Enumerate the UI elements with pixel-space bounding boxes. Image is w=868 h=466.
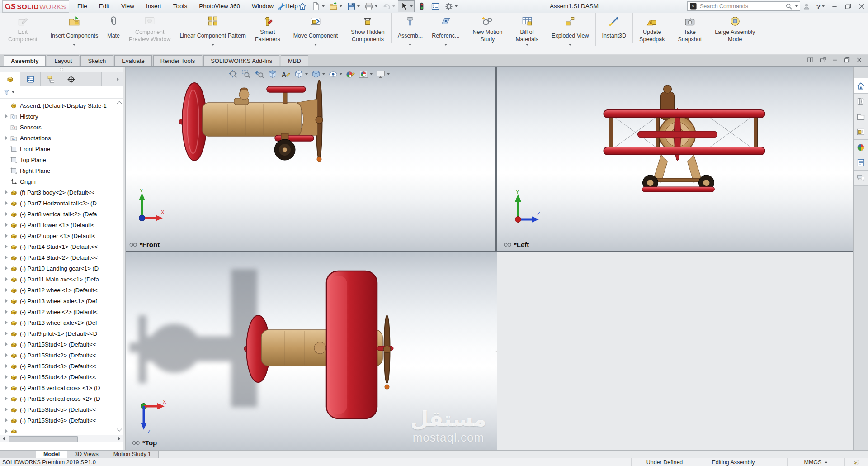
heads-up-button[interactable] <box>376 69 390 79</box>
ribbon-button[interactable]: New Motion Study <box>468 13 509 43</box>
quick-toolbar-button[interactable] <box>429 0 442 12</box>
dropdown-arrow-icon[interactable] <box>73 44 75 46</box>
viewport-front[interactable]: Y X *Front <box>126 67 495 251</box>
ribbon-tab[interactable]: MBD <box>281 55 308 66</box>
dropdown-arrow-icon[interactable] <box>340 73 342 75</box>
doc-window-control-icon[interactable] <box>807 57 814 63</box>
feature-tree-item[interactable]: (-) Part16 vertical cross <2> (D <box>0 393 117 404</box>
scroll-right-button[interactable] <box>115 435 123 442</box>
feature-tree-item[interactable]: History <box>0 111 117 122</box>
feature-tree-item[interactable]: Annotations <box>0 133 117 143</box>
feature-tree-item[interactable]: (-) Part14 Stud<2> (Default<< <box>0 252 117 263</box>
ribbon-button[interactable]: Smart Fasteners <box>250 13 287 43</box>
expand-arrow-icon[interactable] <box>5 190 8 194</box>
heads-up-button[interactable] <box>294 69 308 79</box>
feature-tree-item[interactable]: Top Plane <box>0 154 117 165</box>
expand-arrow-icon[interactable] <box>5 212 8 216</box>
filter-dropdown-icon[interactable] <box>12 91 14 93</box>
feature-tree-item[interactable]: (-) Part14 Stud<1> (Default<< <box>0 241 117 252</box>
feature-tree-item[interactable]: Sensors <box>0 122 117 133</box>
quick-toolbar-button[interactable] <box>345 0 362 12</box>
user-login-icon[interactable] <box>803 3 810 10</box>
feature-tree-item[interactable]: (-) Part13 wheel axle<2> (Def <box>0 317 117 328</box>
panel-tab[interactable] <box>41 72 61 86</box>
expand-arrow-slot[interactable] <box>3 386 10 390</box>
ribbon-button[interactable]: Referenc... <box>427 13 466 46</box>
dropdown-arrow-icon[interactable] <box>322 73 325 75</box>
quick-toolbar-button[interactable] <box>398 0 415 12</box>
expand-arrow-icon[interactable] <box>5 397 8 400</box>
ribbon-button[interactable]: Assemb... <box>393 13 428 46</box>
dropdown-arrow-icon[interactable] <box>305 73 308 75</box>
heads-up-button[interactable] <box>268 69 278 79</box>
expand-arrow-slot[interactable] <box>3 190 10 194</box>
close-window-icon[interactable] <box>858 3 865 10</box>
feature-tree-item[interactable]: (f) Part3 body<2> (Default<< <box>0 187 117 198</box>
quick-toolbar-button[interactable] <box>443 0 459 12</box>
expand-arrow-icon[interactable] <box>5 288 8 292</box>
doc-window-control-icon[interactable] <box>819 57 826 63</box>
expand-arrow-icon[interactable] <box>5 136 8 140</box>
expand-arrow-slot[interactable] <box>3 321 10 324</box>
expand-arrow-slot[interactable] <box>3 201 10 205</box>
doc-window-control-icon[interactable] <box>856 57 863 63</box>
expand-arrow-icon[interactable] <box>5 386 8 390</box>
feature-tree-item[interactable]: (-) Part10 Landing gear<1> (D <box>0 263 117 274</box>
feature-tree-item[interactable] <box>0 426 117 433</box>
expand-arrow-icon[interactable] <box>5 277 8 281</box>
filter-funnel-icon[interactable] <box>3 89 10 96</box>
feature-tree-item[interactable]: (-) Part15Stud<1> (Default<< <box>0 339 117 350</box>
feature-tree-item[interactable]: (-) Part12 wheel<2> (Default< <box>0 306 117 317</box>
scrollbar-track[interactable] <box>7 435 115 442</box>
heads-up-button[interactable] <box>255 69 264 79</box>
feature-tree-item[interactable]: (-) Part15Stud<2> (Default<< <box>0 350 117 361</box>
units-dropdown-icon[interactable] <box>824 461 828 463</box>
panel-tab[interactable] <box>20 72 41 86</box>
tab-scroll-button[interactable] <box>9 451 18 458</box>
pin-menu-icon[interactable] <box>277 2 286 11</box>
heads-up-button[interactable] <box>328 69 342 79</box>
quick-toolbar-button[interactable] <box>327 0 344 12</box>
panel-tab[interactable] <box>81 72 102 86</box>
expand-arrow-slot[interactable] <box>3 429 10 433</box>
expand-arrow-icon[interactable] <box>5 245 8 248</box>
status-units-selector[interactable]: MMGS <box>787 458 844 466</box>
expand-arrow-icon[interactable] <box>5 114 8 118</box>
expand-arrow-icon[interactable] <box>5 223 8 227</box>
ribbon-button[interactable]: Take Snapshot <box>673 13 708 43</box>
ribbon-button[interactable]: Show Hidden Components <box>346 13 391 43</box>
expand-arrow-icon[interactable] <box>5 201 8 205</box>
task-pane-button[interactable] <box>854 109 868 124</box>
dropdown-arrow-icon[interactable] <box>526 44 528 46</box>
expand-arrow-slot[interactable] <box>3 223 10 227</box>
ribbon-button[interactable]: Component Preview Window <box>124 13 175 43</box>
expand-arrow-icon[interactable] <box>5 353 8 357</box>
tab-scroll-button[interactable] <box>27 451 36 458</box>
expand-arrow-slot[interactable] <box>3 299 10 303</box>
menu-item[interactable]: Insert <box>140 0 167 13</box>
expand-arrow-icon[interactable] <box>5 364 8 368</box>
heads-up-button[interactable] <box>311 69 325 79</box>
dropdown-arrow-icon[interactable] <box>409 44 411 46</box>
viewport-left[interactable]: Y Z *Left <box>497 67 853 251</box>
expand-arrow-slot[interactable] <box>3 266 10 270</box>
status-tag-button[interactable] <box>844 458 868 466</box>
expand-arrow-icon[interactable] <box>5 310 8 314</box>
quick-toolbar-button[interactable] <box>415 0 428 12</box>
ribbon-button[interactable]: Linear Component Pattern <box>175 13 250 46</box>
minimize-window-icon[interactable] <box>831 3 838 10</box>
ribbon-tab[interactable]: Evaluate <box>114 55 152 66</box>
tree-scroll-down-icon[interactable] <box>117 426 122 431</box>
viewport-top[interactable]: X Z *Top مستقل mostaql.com <box>126 252 495 450</box>
ribbon-button[interactable]: Move Component <box>289 13 345 46</box>
expand-arrow-slot[interactable] <box>3 212 10 216</box>
feature-tree-item[interactable]: (-) Part2 upper <1> (Default< <box>0 230 117 241</box>
tree-scroll-up-icon[interactable] <box>117 101 122 106</box>
ribbon-tab[interactable]: Layout <box>47 55 79 66</box>
task-pane-button[interactable] <box>854 124 868 140</box>
feature-tree-item[interactable]: (-) Part9 pilot<1> (Default<<D <box>0 328 117 339</box>
expand-arrow-slot[interactable] <box>3 418 10 422</box>
task-pane-button[interactable] <box>854 78 868 94</box>
tab-scroll-button[interactable] <box>18 451 27 458</box>
document-mode-tab[interactable]: Model <box>36 451 67 458</box>
